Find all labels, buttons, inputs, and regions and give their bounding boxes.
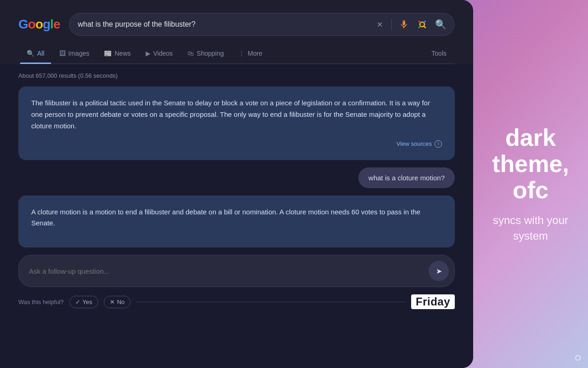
yes-button[interactable]: ✓ Yes <box>69 296 98 308</box>
lens-button[interactable] <box>416 18 429 31</box>
ai-answer-box-2: A cloture motion is a motion to end a fi… <box>18 196 455 248</box>
mic-button[interactable] <box>398 19 409 30</box>
clear-button[interactable] <box>374 19 385 30</box>
helpful-label: Was this helpful? <box>18 299 64 305</box>
main-content: About 657,000 results (0.56 seconds) The… <box>0 64 473 368</box>
tab-videos-label: Videos <box>153 50 173 57</box>
shopping-tab-icon: 🛍 <box>187 50 194 57</box>
logo-o1: o <box>28 17 35 31</box>
ai-answer-text-2: A cloture motion is a motion to end a fi… <box>31 207 442 230</box>
tab-shopping-label: Shopping <box>197 50 224 57</box>
send-button[interactable]: ➤ <box>429 261 449 281</box>
view-sources-label: View sources <box>396 139 432 149</box>
tab-news-label: News <box>114 50 130 57</box>
search-row: Google <box>18 13 455 36</box>
tab-videos[interactable]: ▶ Videos <box>139 44 180 64</box>
tab-all[interactable]: 🔍 All <box>20 44 51 64</box>
google-panel: Google <box>0 0 473 368</box>
helpful-divider <box>136 302 406 302</box>
promo-title: dark theme, ofc <box>492 125 569 204</box>
info-icon: i <box>435 140 442 148</box>
friday-logo: Friday <box>411 294 455 309</box>
tools-label: Tools <box>431 50 447 57</box>
user-bubble-wrap: what is a cloture motion? <box>18 167 455 188</box>
images-tab-icon: 🖼 <box>59 50 66 57</box>
all-tab-icon: 🔍 <box>27 50 34 57</box>
top-bar: Google <box>0 0 473 64</box>
promo-title-line3: ofc <box>492 177 569 203</box>
tab-news[interactable]: 📰 News <box>97 44 137 64</box>
followup-box: ➤ <box>18 255 455 287</box>
google-logo: Google <box>18 17 60 32</box>
no-icon: ✕ <box>110 299 115 305</box>
user-question-text: what is a cloture motion? <box>368 174 445 182</box>
promo-title-line2: theme, <box>492 151 569 177</box>
results-count: About 657,000 results (0.56 seconds) <box>18 72 455 79</box>
yes-label: Yes <box>83 299 92 305</box>
yes-icon: ✓ <box>75 299 80 305</box>
no-button[interactable]: ✕ No <box>104 296 131 308</box>
search-button[interactable]: 🔍 <box>435 19 446 30</box>
videos-tab-icon: ▶ <box>146 50 151 57</box>
tab-shopping[interactable]: 🛍 Shopping <box>181 44 230 64</box>
news-tab-icon: 📰 <box>104 50 112 57</box>
logo-l: l <box>50 17 53 31</box>
helpful-row: Was this helpful? ✓ Yes ✕ No Friday <box>18 294 455 309</box>
logo-o2: o <box>35 17 43 31</box>
followup-input[interactable] <box>29 267 423 275</box>
tab-all-label: All <box>37 50 45 57</box>
search-divider <box>391 19 392 30</box>
logo-e: e <box>53 17 60 31</box>
ai-answer-box-1: The filibuster is a political tactic use… <box>18 86 455 160</box>
svg-rect-0 <box>417 19 428 30</box>
search-icon: 🔍 <box>435 19 447 30</box>
promo-title-line1: dark <box>492 125 569 151</box>
send-icon: ➤ <box>436 267 442 276</box>
tab-images-label: Images <box>68 50 90 57</box>
search-icons: 🔍 <box>374 18 446 31</box>
logo-g: G <box>18 17 28 31</box>
ai-answer-text-1: The filibuster is a political tactic use… <box>31 98 442 132</box>
logo-g2: g <box>43 17 50 31</box>
no-label: No <box>117 299 125 305</box>
more-tab-icon: ⋮ <box>238 50 245 57</box>
search-input[interactable] <box>78 20 368 29</box>
tab-images[interactable]: 🖼 Images <box>53 44 96 64</box>
tab-more-label: More <box>248 50 262 57</box>
nav-tabs: 🔍 All 🖼 Images 📰 News ▶ Videos 🛍 Shoppin… <box>18 44 455 64</box>
search-bar: 🔍 <box>69 13 455 36</box>
user-bubble: what is a cloture motion? <box>358 167 455 188</box>
tools-button[interactable]: Tools <box>425 44 453 64</box>
dot-indicator <box>575 355 581 361</box>
promo-subtitle: syncs with your system <box>492 213 570 243</box>
promo-panel: dark theme, ofc syncs with your system <box>473 0 588 368</box>
tab-more[interactable]: ⋮ More <box>232 44 269 64</box>
view-sources-button[interactable]: View sources i <box>31 139 442 149</box>
